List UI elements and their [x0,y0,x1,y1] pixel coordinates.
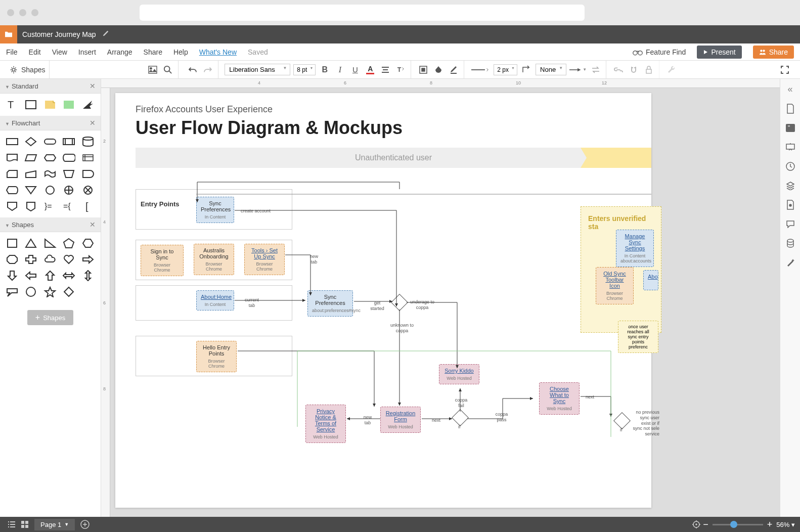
font-size-select[interactable]: 8 pt [293,64,316,75]
maximize-window[interactable] [31,9,38,16]
callout-shape[interactable] [5,286,19,298]
fill-color-button[interactable] [432,64,445,76]
offpage-shape[interactable] [5,200,19,212]
delay-shape[interactable] [81,168,95,180]
font-family-select[interactable]: Liberation Sans [225,64,290,75]
zoom-track[interactable] [713,524,763,525]
master-page-icon[interactable] [785,200,795,210]
zoom-in-button[interactable]: + [767,519,773,530]
bold-button[interactable]: B [319,64,331,76]
star-shape[interactable] [43,286,57,298]
brace-left-shape[interactable]: ={ [62,200,76,212]
node-reg[interactable]: Registration Form Web Hosted [380,407,421,433]
tape-shape[interactable] [43,168,57,180]
presentation-icon[interactable] [785,142,795,152]
shape-fill-button[interactable] [417,64,429,76]
history-icon[interactable] [785,161,795,171]
menu-file[interactable]: File [6,48,18,56]
data-shape[interactable] [24,152,38,164]
underline-button[interactable]: U [349,64,361,76]
present-button[interactable]: Present [697,46,741,59]
panel-flowchart-header[interactable]: ▼Flowchart ✕ [0,116,101,130]
decision-1[interactable] [391,294,408,311]
edit-title-icon[interactable] [102,30,109,39]
close-icon[interactable]: ✕ [90,220,96,229]
merge-shape[interactable] [24,184,38,196]
database-shape[interactable] [81,136,95,148]
terminator-shape[interactable] [43,136,57,148]
connector-shape[interactable] [43,184,57,196]
hexagon2-shape[interactable] [81,237,95,249]
node-choose[interactable]: Choose What to Sync Web Hosted [539,382,580,415]
node-australis[interactable]: Australis Onboarding Browser Chrome [194,244,234,275]
close-icon[interactable]: ✕ [90,119,96,127]
target-icon[interactable] [690,518,703,531]
feature-find[interactable]: Feature Find [633,48,686,56]
summing-shape[interactable] [81,184,95,196]
line-style-button[interactable] [470,64,491,76]
cloud-shape[interactable] [43,253,57,265]
triangle-shape[interactable] [24,237,38,249]
arrow-left-shape[interactable] [24,270,38,282]
zoom-thumb[interactable] [730,521,737,528]
zoom-out-button[interactable]: − [703,519,708,530]
square-shape[interactable] [5,237,19,249]
comment-icon[interactable] [785,219,795,229]
quote-icon[interactable]: " [785,123,795,133]
align-button[interactable] [379,64,391,76]
close-icon[interactable]: ✕ [90,82,96,90]
cross-shape[interactable] [24,253,38,265]
arrow-shape[interactable] [81,99,95,111]
menu-edit[interactable]: Edit [29,48,41,56]
close-window[interactable] [7,9,14,16]
magnet-button[interactable] [628,64,640,76]
block-shape[interactable] [62,99,76,111]
lock-button[interactable] [643,64,655,76]
decision-shape[interactable] [24,136,38,148]
menu-view[interactable]: View [52,48,67,56]
line-ending-select[interactable]: None [536,64,566,75]
or-shape[interactable] [62,184,76,196]
manual-input-shape[interactable] [24,168,38,180]
decision-if[interactable] [452,409,469,426]
redo-button[interactable] [202,64,214,76]
text-options-button[interactable]: T [394,64,407,76]
grid-view-icon[interactable] [18,518,31,531]
node-hello[interactable]: Hello Entry Points Browser Chrome [196,341,237,372]
heart-shape[interactable] [62,253,76,265]
stored-data-shape[interactable] [62,152,76,164]
text-color-button[interactable]: A [364,64,376,76]
menu-insert[interactable]: Insert [78,48,96,56]
internal-storage-shape[interactable] [81,152,95,164]
link-button[interactable] [612,64,625,76]
layers-icon[interactable] [785,181,795,191]
collapse-rail-icon[interactable]: « [787,84,792,95]
magic-icon[interactable] [785,257,795,268]
octagon-shape[interactable] [5,253,19,265]
node-old-sync[interactable]: Old Sync Toolbar Icon Browser Chrome [596,267,634,304]
offpage2-shape[interactable] [24,200,38,212]
share-button[interactable]: Share [753,46,794,59]
search-icon[interactable] [162,64,174,76]
italic-button[interactable]: I [334,64,346,76]
pentagon-shape[interactable] [62,237,76,249]
arrow-ud-shape[interactable] [81,270,95,282]
manual-op-shape[interactable] [62,168,76,180]
canvas[interactable]: Firefox Accounts User Experience User Fl… [110,88,780,517]
node-sync-prefs-2[interactable]: Sync Preferences about:preferences#sync [307,290,353,317]
card-shape[interactable] [5,168,19,180]
menu-help[interactable]: Help [173,48,188,56]
menu-arrange[interactable]: Arrange [107,48,132,56]
undo-button[interactable] [187,64,199,76]
menu-share[interactable]: Share [144,48,162,56]
diamond-shape[interactable] [62,286,76,298]
node-about-home[interactable]: About:Home In Content [196,290,234,311]
bracket-shape[interactable]: [ [81,200,95,212]
display-shape[interactable] [5,184,19,196]
fullscreen-button[interactable] [779,64,791,76]
brace-right-shape[interactable]: }= [43,200,57,212]
gear-icon[interactable] [9,65,18,74]
zoom-level[interactable]: 56% ▾ [776,521,795,528]
arrow-up-shape[interactable] [43,270,57,282]
data-icon[interactable] [785,238,795,248]
